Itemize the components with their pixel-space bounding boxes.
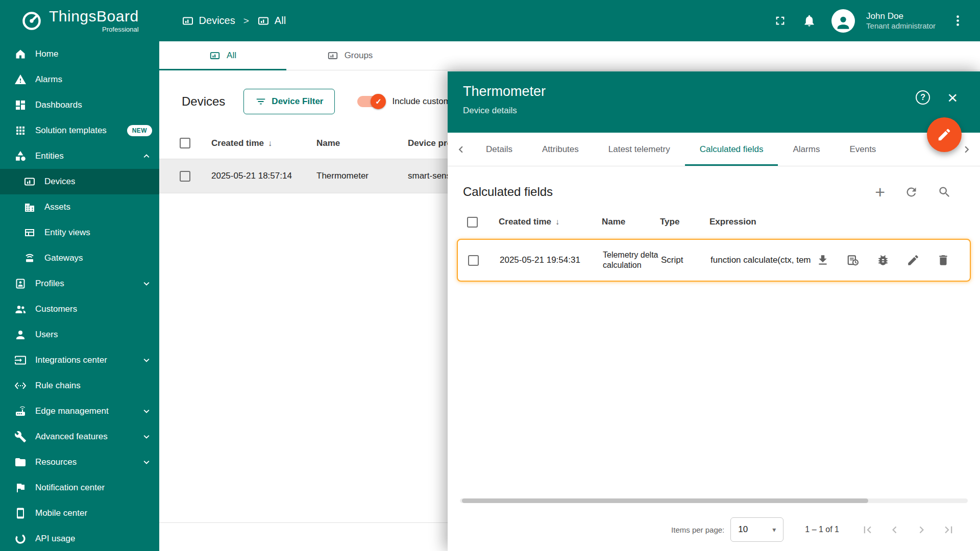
column-created-time[interactable]: Created time ↓ (211, 138, 316, 148)
home-icon (14, 48, 27, 60)
sort-desc-icon: ↓ (555, 217, 559, 227)
next-page-icon[interactable] (915, 523, 928, 537)
fullscreen-icon[interactable] (773, 14, 787, 28)
app-logo[interactable]: ThingsBoard Professional (20, 9, 139, 33)
include-customer-entities-toggle[interactable]: ✓ (357, 96, 385, 107)
sidebar-item-entity-views[interactable]: Entity views (0, 220, 159, 245)
entity-group-tabs: All Groups (159, 41, 980, 70)
tab-events[interactable]: Events (835, 133, 891, 166)
tab-calculated-fields[interactable]: Calculated fields (685, 133, 778, 166)
notifications-bell-icon[interactable] (802, 14, 816, 28)
previous-page-icon[interactable] (888, 523, 901, 537)
export-download-icon[interactable] (816, 254, 829, 267)
column-name[interactable]: Name (602, 217, 660, 227)
tab-alarms[interactable]: Alarms (778, 133, 835, 166)
sidebar-item-advanced-features[interactable]: Advanced features (0, 424, 159, 449)
edge-router-icon (14, 405, 27, 417)
items-per-page-label: Items per page: (671, 525, 724, 534)
avatar[interactable] (831, 9, 855, 33)
flag-icon (14, 482, 27, 494)
select-all-checkbox[interactable] (180, 138, 190, 148)
sidebar-item-home[interactable]: Home (0, 41, 159, 67)
sidebar-item-resources[interactable]: Resources (0, 449, 159, 475)
chevron-up-icon (141, 151, 152, 162)
sidebar-item-edge-management[interactable]: Edge management (0, 398, 159, 424)
page-size-select[interactable]: 10 ▾ (730, 517, 783, 542)
device-filter-button[interactable]: Device Filter (243, 89, 335, 114)
row-checkbox[interactable] (180, 171, 190, 182)
tab-groups[interactable]: Groups (286, 41, 413, 70)
sidebar-item-dashboards[interactable]: Dashboards (0, 92, 159, 118)
sidebar-item-gateways[interactable]: Gateways (0, 245, 159, 271)
sidebar-item-mobile-center[interactable]: Mobile center (0, 500, 159, 526)
user-name: John Doe (866, 11, 936, 21)
debug-bug-icon[interactable] (876, 254, 890, 267)
cell-name: Thermometer (316, 171, 408, 181)
device-details-panel: Thermometer Device details ? × Details A… (448, 71, 980, 551)
tab-latest-telemetry[interactable]: Latest telemetry (594, 133, 685, 166)
last-page-icon[interactable] (942, 523, 955, 537)
sidebar-item-assets[interactable]: Assets (0, 194, 159, 220)
chevron-down-icon (141, 355, 152, 366)
help-button[interactable]: ? (916, 90, 930, 105)
check-icon: ✓ (375, 97, 382, 106)
first-page-icon[interactable] (861, 523, 874, 537)
apps-icon (14, 124, 27, 137)
breadcrumb-devices[interactable]: Devices (182, 15, 235, 27)
sidebar-item-customers[interactable]: Customers (0, 296, 159, 322)
section-title: Calculated fields (463, 185, 553, 199)
edit-pencil-icon[interactable] (906, 254, 920, 267)
sidebar-item-alarms[interactable]: Alarms (0, 67, 159, 92)
column-type[interactable]: Type (660, 217, 709, 227)
sidebar-item-api-usage[interactable]: API usage (0, 526, 159, 551)
dashboards-icon (14, 99, 27, 111)
panel-title: Thermometer (463, 84, 546, 99)
sidebar-item-notification-center[interactable]: Notification center (0, 475, 159, 500)
delete-trash-icon[interactable] (937, 254, 950, 267)
new-badge: NEW (127, 125, 152, 136)
rule-chains-icon (14, 380, 27, 392)
tab-details[interactable]: Details (471, 133, 527, 166)
select-all-checkbox[interactable] (467, 217, 478, 228)
breadcrumb-all[interactable]: All (257, 15, 286, 27)
tab-attributes[interactable]: Attributes (527, 133, 594, 166)
toggle-label: Include custome (392, 96, 455, 107)
search-icon[interactable] (938, 185, 951, 199)
mobile-icon (14, 507, 27, 519)
column-name[interactable]: Name (316, 138, 408, 148)
edit-fab-button[interactable] (927, 117, 962, 152)
sidebar-item-devices[interactable]: Devices (0, 169, 159, 194)
refresh-icon[interactable] (904, 185, 918, 199)
close-icon[interactable]: × (947, 89, 958, 106)
sidebar-item-profiles[interactable]: Profiles (0, 271, 159, 296)
cell-created-time: 2025-05-21 19:54:31 (500, 255, 603, 265)
row-checkbox[interactable] (468, 255, 479, 266)
sidebar-item-solution-templates[interactable]: Solution templates NEW (0, 118, 159, 143)
cell-expression: function calculate(ctx, tem (710, 255, 815, 265)
devices-icon (23, 176, 36, 188)
logo-title: ThingsBoard (49, 9, 139, 24)
add-calculated-field-button[interactable]: + (875, 186, 885, 197)
folder-icon (14, 456, 27, 468)
sidebar-item-integrations-center[interactable]: Integrations center (0, 347, 159, 373)
column-created-time[interactable]: Created time ↓ (499, 217, 602, 227)
sidebar-item-rule-chains[interactable]: Rule chains (0, 373, 159, 398)
horizontal-scrollbar (460, 498, 968, 503)
more-vert-icon[interactable] (951, 14, 965, 28)
chevron-down-icon (141, 406, 152, 417)
sidebar-item-users[interactable]: Users (0, 322, 159, 347)
thingsboard-app: ThingsBoard Professional Devices > All J… (0, 0, 980, 551)
column-expression[interactable]: Expression (709, 217, 814, 227)
debug-events-icon[interactable] (846, 254, 860, 267)
tabs-scroll-left-icon[interactable] (451, 133, 471, 166)
panel-subtitle: Device details (463, 106, 546, 116)
api-usage-icon (14, 533, 27, 545)
warning-icon (14, 73, 27, 86)
cell-type: Script (661, 255, 710, 265)
tab-all[interactable]: All (159, 41, 286, 70)
calculated-field-row[interactable]: 2025-05-21 19:54:31 Telemetry delta calc… (457, 239, 971, 282)
person-icon (835, 14, 852, 31)
sidebar-item-entities[interactable]: Entities (0, 143, 159, 169)
horizontal-scrollbar-thumb[interactable] (462, 498, 868, 503)
logo-subtitle: Professional (49, 26, 139, 33)
